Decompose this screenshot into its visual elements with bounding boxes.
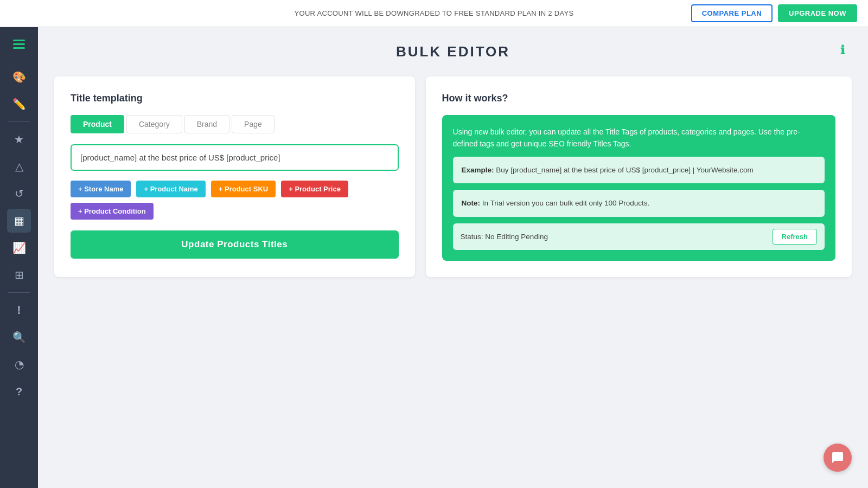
sidebar-item-palette[interactable]: 🎨 — [7, 65, 31, 89]
compare-plan-button[interactable]: COMPARE PLAN — [691, 4, 773, 22]
sidebar-item-star[interactable]: ★ — [7, 127, 31, 151]
tag-product-name-button[interactable]: + Product Name — [136, 181, 205, 197]
sidebar-item-upload[interactable]: △ — [7, 155, 31, 178]
status-box: Status: No Editing Pending Refresh — [453, 223, 825, 250]
tab-category[interactable]: Category — [126, 115, 182, 133]
note-box: Note: In Trial version you can bulk edit… — [453, 190, 825, 217]
tag-product-sku-button[interactable]: + Product SKU — [211, 181, 276, 197]
tag-store-name-button[interactable]: + Store Name — [71, 181, 131, 197]
sidebar-item-pie[interactable]: ◔ — [7, 352, 31, 376]
main-content: BULK EDITOR ℹ Title templating Product C… — [38, 27, 868, 488]
tag-product-condition-button[interactable]: + Product Condition — [71, 203, 154, 220]
update-products-titles-button[interactable]: Update Products Titles — [71, 230, 399, 259]
page-title-container: BULK EDITOR ℹ — [54, 43, 852, 60]
svg-rect-2 — [13, 47, 25, 49]
sidebar-item-history[interactable]: ↺ — [7, 182, 31, 206]
sidebar-item-table[interactable]: ▦ — [7, 209, 31, 233]
tabs-container: Product Category Brand Page — [71, 115, 399, 133]
cards-row: Title templating Product Category Brand … — [54, 76, 852, 277]
example-label: Example: — [462, 166, 494, 174]
layout: 🎨 ✏️ ★ △ ↺ ▦ 📈 ⊞ ! 🔍 ◔ ? BULK EDITOR ℹ T… — [0, 27, 868, 488]
sidebar-item-trending[interactable]: 📈 — [7, 236, 31, 260]
template-input[interactable] — [71, 144, 399, 171]
refresh-button[interactable]: Refresh — [773, 229, 817, 245]
topbar-actions: COMPARE PLAN UPGRADE NOW — [691, 4, 857, 22]
tag-product-price-button[interactable]: + Product Price — [281, 181, 348, 197]
sidebar-item-search[interactable]: 🔍 — [7, 325, 31, 349]
left-card: Title templating Product Category Brand … — [54, 76, 415, 277]
note-text: In Trial version you can bulk edit only … — [482, 199, 649, 207]
info-icon[interactable]: ℹ — [840, 43, 846, 57]
topbar-message: YOUR ACCOUNT WILL BE DOWNGRADED TO FREE … — [295, 9, 574, 17]
chat-button[interactable] — [824, 444, 852, 472]
sidebar-divider-1 — [8, 121, 30, 122]
svg-rect-1 — [13, 43, 25, 45]
sidebar-item-alert[interactable]: ! — [7, 298, 31, 322]
sidebar-item-edit[interactable]: ✏️ — [7, 92, 31, 116]
example-text: Buy [product_name] at the best price of … — [496, 166, 754, 174]
green-description: Using new bulk editor, you can update al… — [453, 126, 825, 150]
right-card-title: How it works? — [442, 93, 835, 104]
tab-product[interactable]: Product — [71, 115, 124, 133]
left-card-title: Title templating — [71, 93, 399, 104]
sidebar-item-menu[interactable] — [7, 33, 31, 56]
sidebar-item-help[interactable]: ? — [7, 380, 31, 403]
tab-page[interactable]: Page — [232, 115, 275, 133]
status-text: Status: No Editing Pending — [461, 233, 548, 241]
sidebar-divider-2 — [8, 292, 30, 293]
tab-brand[interactable]: Brand — [184, 115, 229, 133]
upgrade-now-button[interactable]: UPGRADE NOW — [778, 4, 857, 22]
sidebar-item-org[interactable]: ⊞ — [7, 263, 31, 287]
topbar: YOUR ACCOUNT WILL BE DOWNGRADED TO FREE … — [0, 0, 868, 27]
right-card: How it works? Using new bulk editor, you… — [426, 76, 852, 277]
example-box: Example: Buy [product_name] at the best … — [453, 157, 825, 184]
green-section: Using new bulk editor, you can update al… — [442, 115, 835, 261]
page-title: BULK EDITOR — [396, 43, 510, 60]
svg-rect-0 — [13, 40, 25, 41]
sidebar: 🎨 ✏️ ★ △ ↺ ▦ 📈 ⊞ ! 🔍 ◔ ? — [0, 27, 38, 488]
note-label: Note: — [462, 199, 481, 207]
tag-buttons-container: + Store Name + Product Name + Product SK… — [71, 181, 399, 220]
